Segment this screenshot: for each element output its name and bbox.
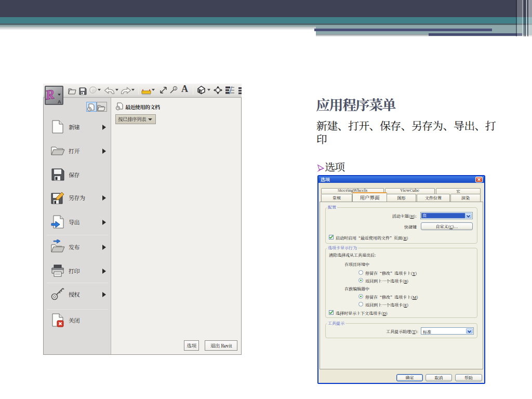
svg-text:R: R — [46, 87, 56, 103]
svg-text:A: A — [58, 99, 61, 104]
